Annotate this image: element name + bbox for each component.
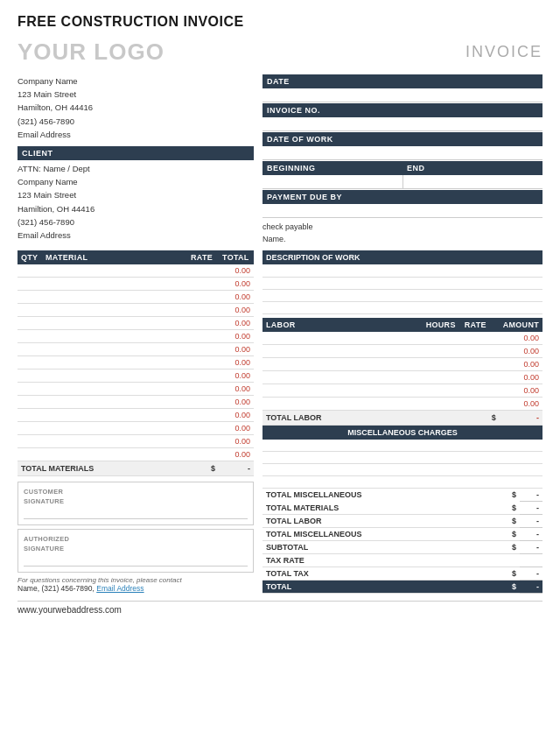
website-footer: www.yourwebaddress.com [18, 601, 542, 615]
logo: YOUR LOGO [18, 39, 164, 66]
authorized-sig-label: AUTHORIZED [24, 535, 248, 545]
invoice-no-header: INVOICE NO. [262, 103, 542, 117]
customer-sig-sub: SIGNATURE [24, 497, 248, 507]
labor-table: LABOR HOURS RATE AMOUNT 0.00 0.00 0.00 0… [262, 318, 542, 426]
table-row: 0.00 [18, 409, 254, 422]
table-row [262, 277, 542, 289]
table-row: 0.00 [18, 278, 254, 291]
customer-sig-label: CUSTOMER [24, 488, 248, 497]
misc-total-row: TOTAL MISCELLANEOUS $ - [262, 489, 542, 502]
table-row [262, 264, 542, 277]
invoice-label: INVOICE [466, 43, 542, 61]
table-row: 0.00 [262, 384, 542, 397]
hours-header: HOURS [423, 318, 461, 332]
company-info: Company Name 123 Main Street Hamilton, O… [18, 74, 254, 141]
table-row [262, 476, 542, 489]
summary-table: TOTAL MATERIALS$-TOTAL LABOR$-TOTAL MISC… [262, 502, 542, 594]
client-details: ATTN: Name / Dept Company Name 123 Main … [18, 162, 254, 242]
labor-total-row: TOTAL LABOR $ - [262, 410, 542, 425]
date-header: DATE [262, 74, 542, 88]
amount-header: AMOUNT [500, 318, 542, 332]
table-row [262, 440, 542, 452]
table-row: 0.00 [18, 369, 254, 383]
qty-header: QTY [18, 250, 42, 264]
misc-table: MISCELLANEOUS CHARGES [262, 426, 542, 489]
labor-header: LABOR [262, 318, 423, 332]
total-header: TOTAL [219, 250, 254, 264]
table-row: 0.00 [18, 291, 254, 304]
beginning-header: BEGINNING [262, 161, 402, 175]
table-row: 0.00 [18, 264, 254, 278]
client-header: CLIENT [18, 146, 254, 160]
table-row: 0.00 [18, 317, 254, 330]
misc-header: MISCELLANEOUS CHARGES [262, 426, 542, 440]
table-row [262, 452, 542, 464]
date-of-work-header: DATE OF WORK [262, 132, 542, 146]
materials-total-row: TOTAL MATERIALS $ - [18, 461, 254, 476]
table-row: 0.00 [18, 396, 254, 409]
table-row: 0.00 [262, 357, 542, 370]
table-row: 0.00 [262, 397, 542, 410]
check-payable: check payable Name. [262, 222, 542, 245]
footer-note: For questions concerning this invoice, p… [18, 576, 254, 584]
customer-signature-box: CUSTOMER SIGNATURE [18, 482, 254, 525]
rate-header: RATE [461, 318, 500, 332]
table-row: 0.00 [262, 370, 542, 384]
rate-header: RATE [187, 250, 219, 264]
end-header: END [402, 161, 542, 175]
material-header: MATERIAL [42, 250, 187, 264]
table-row [262, 464, 542, 476]
work-header: DESCRIPTION OF WORK [262, 250, 542, 264]
table-row: 0.00 [18, 383, 254, 396]
table-row: 0.00 [18, 422, 254, 435]
footer-contact: Name, (321) 456-7890, Email Address [18, 584, 254, 593]
page-title: FREE CONSTRUCTION INVOICE [18, 14, 542, 30]
table-row: 0.00 [262, 344, 542, 357]
table-row: 0.00 [18, 330, 254, 343]
table-row: 0.00 [18, 356, 254, 369]
table-row: 0.00 [18, 435, 254, 448]
table-row: 0.00 [18, 343, 254, 356]
materials-table: QTY MATERIAL RATE TOTAL 0.00 0.00 0.00 0… [18, 250, 254, 476]
table-row: 0.00 [18, 304, 254, 317]
table-row: 0.00 [18, 448, 254, 461]
authorized-signature-box: AUTHORIZED SIGNATURE [18, 529, 254, 573]
table-row [262, 301, 542, 313]
work-table: DESCRIPTION OF WORK [262, 250, 542, 314]
table-row: 0.00 [262, 332, 542, 345]
payment-due-header: PAYMENT DUE BY [262, 190, 542, 204]
authorized-sig-sub: SIGNATURE [24, 545, 248, 554]
table-row [262, 289, 542, 301]
